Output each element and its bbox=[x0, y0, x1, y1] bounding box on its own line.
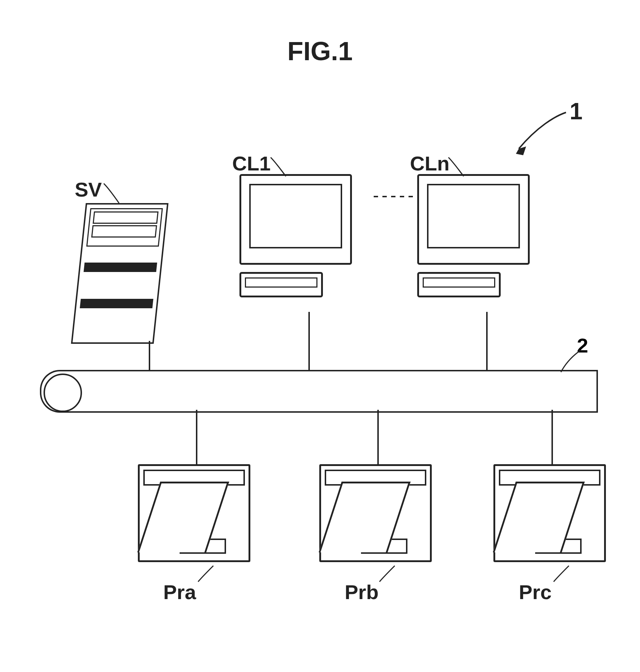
system-reference: 1 bbox=[570, 98, 583, 125]
client-computer-n bbox=[417, 174, 537, 312]
printer-b-drop-line bbox=[377, 410, 379, 464]
client-n-label: CLn bbox=[410, 152, 450, 175]
printer-a bbox=[138, 464, 250, 562]
printer-c-label: Prc bbox=[519, 580, 551, 604]
printer-a-label-leader-icon bbox=[196, 564, 218, 585]
printer-a-label: Pra bbox=[163, 580, 196, 604]
ellipsis-icon bbox=[374, 196, 417, 197]
clientn-label-leader-icon bbox=[446, 155, 468, 181]
server-label: SV bbox=[75, 178, 102, 201]
printer-b-label-leader-icon bbox=[377, 564, 399, 585]
client-1-label: CL1 bbox=[232, 152, 271, 175]
keyboard-icon bbox=[239, 272, 323, 297]
server-tower-icon bbox=[71, 203, 169, 344]
client1-drop-line bbox=[308, 312, 310, 370]
printer-c bbox=[493, 464, 606, 562]
printer-a-drop-line bbox=[196, 410, 197, 464]
figure-title: FIG.1 bbox=[287, 36, 353, 66]
printer-b-label: Prb bbox=[345, 580, 378, 604]
network-bus bbox=[40, 370, 596, 413]
clientn-drop-line bbox=[486, 312, 488, 370]
server-label-leader-icon bbox=[102, 181, 123, 207]
figure-1-network-diagram: FIG.1 1 2 SV CL1 bbox=[0, 0, 640, 672]
server-drop-line bbox=[149, 341, 150, 370]
client1-label-leader-icon bbox=[268, 155, 290, 181]
printer-c-label-leader-icon bbox=[551, 564, 573, 585]
printer-b bbox=[319, 464, 432, 562]
keyboard-icon bbox=[417, 272, 501, 297]
monitor-icon bbox=[239, 174, 352, 265]
monitor-icon bbox=[417, 174, 530, 265]
bus-label-leader-icon bbox=[559, 348, 588, 377]
reference-arrow-icon bbox=[512, 109, 577, 160]
client-computer-1 bbox=[239, 174, 359, 312]
printer-c-drop-line bbox=[551, 410, 553, 464]
